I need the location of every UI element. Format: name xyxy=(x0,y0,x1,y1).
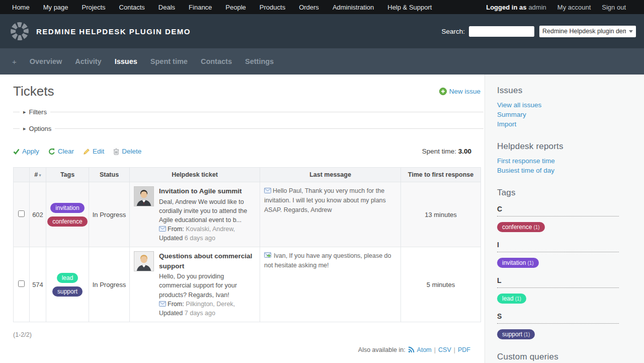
sidebar-summary-link[interactable]: Summary xyxy=(497,111,526,118)
column-header-status[interactable]: Status xyxy=(89,168,130,182)
sidebar: Issues View all issues Summary Import He… xyxy=(485,75,644,363)
ticket-id-link[interactable]: 574 xyxy=(32,281,43,288)
collapsed-arrow-icon: ▸ xyxy=(23,109,26,115)
options-toggle[interactable]: ▸ Options xyxy=(13,125,485,132)
status-cell: In Progress xyxy=(89,182,130,247)
sidebar-import-link[interactable]: Import xyxy=(497,120,516,128)
menu-people[interactable]: People xyxy=(225,4,246,11)
row-checkbox[interactable] xyxy=(18,210,25,217)
menu-products[interactable]: Products xyxy=(260,4,285,11)
clear-button[interactable]: Clear xyxy=(48,148,74,155)
tag-group-letter: L xyxy=(497,276,619,288)
check-icon xyxy=(13,149,20,155)
filters-label: Filters xyxy=(29,108,47,116)
column-header-tags: Tags xyxy=(46,168,89,182)
add-tab-button[interactable]: + xyxy=(12,57,17,66)
tab-spent-time[interactable]: Spent time xyxy=(150,57,188,65)
ticket-title-link[interactable]: Invitation to Agile summit xyxy=(159,186,256,196)
app-title: REDMINE HELPDESK PLUGIN DEMO xyxy=(36,27,191,36)
envelope-icon xyxy=(159,301,166,307)
sidebar-reports-heading: Helpdesk reports xyxy=(497,141,619,152)
menu-deals[interactable]: Deals xyxy=(158,4,175,11)
sidebar-tags-heading: Tags xyxy=(497,188,619,198)
sidebar-view-all-issues-link[interactable]: View all issues xyxy=(497,101,541,109)
tickets-table: #▾ Tags Status Helpdesk ticket Last mess… xyxy=(13,167,481,322)
menu-help-support[interactable]: Help & Support xyxy=(387,4,432,11)
ticket-excerpt: Hello, Do you providing commercial suppo… xyxy=(159,272,256,299)
menu-orders[interactable]: Orders xyxy=(299,4,319,11)
atom-export-link[interactable]: Atom xyxy=(417,346,432,353)
row-checkbox[interactable] xyxy=(18,280,25,287)
ticket-title-link[interactable]: Questions about commercial support xyxy=(159,251,256,271)
menu-contacts[interactable]: Contacts xyxy=(119,4,145,11)
main-content: Tickets New issue ▸ Filters ▸ Options xyxy=(0,75,485,363)
ticket-excerpt: Deal, Andrew We would like to cordially … xyxy=(159,197,256,225)
tab-settings[interactable]: Settings xyxy=(245,57,274,65)
rss-icon xyxy=(408,346,415,353)
project-selector-dropdown[interactable]: Redmine Helpdesk plugin demo xyxy=(539,26,636,37)
tag-badge: conference xyxy=(47,216,87,227)
export-formats: Also available in: Atom | CSV | PDF xyxy=(13,346,485,353)
tag-badge: lead xyxy=(57,273,78,283)
trash-icon xyxy=(113,148,119,155)
response-time-cell: 13 minutes xyxy=(401,182,481,247)
my-account-link[interactable]: My account xyxy=(557,4,591,11)
select-all-header[interactable] xyxy=(14,168,30,182)
ticket-id-link[interactable]: 602 xyxy=(32,211,43,219)
sidebar-issues-heading: Issues xyxy=(497,86,619,96)
sidebar-tag-invitation[interactable]: invitation(1) xyxy=(497,258,539,268)
tab-issues[interactable]: Issues xyxy=(115,57,137,65)
current-user-link[interactable]: admin xyxy=(528,4,546,11)
tab-overview[interactable]: Overview xyxy=(30,57,62,65)
sidebar-tag-lead[interactable]: lead(1) xyxy=(497,294,526,304)
column-header-ticket: Helpdesk ticket xyxy=(130,168,260,182)
column-header-response-time[interactable]: Time to first response xyxy=(401,168,481,182)
sign-out-link[interactable]: Sign out xyxy=(602,4,626,11)
search-input[interactable] xyxy=(469,26,534,37)
tag-badge: invitation xyxy=(50,203,84,213)
menu-finance[interactable]: Finance xyxy=(189,4,212,11)
options-label: Options xyxy=(29,125,52,132)
contact-link[interactable]: Pilkington, Derek, xyxy=(186,301,235,308)
tag-group-letter: S xyxy=(497,312,619,324)
column-header-last-message: Last message xyxy=(260,168,401,182)
avatar xyxy=(134,251,154,271)
pencil-icon xyxy=(83,148,90,155)
menu-projects[interactable]: Projects xyxy=(82,4,106,11)
edit-button[interactable]: Edit xyxy=(83,148,104,155)
new-issue-button[interactable]: New issue xyxy=(439,88,480,95)
menu-administration[interactable]: Administration xyxy=(333,4,374,11)
tab-contacts[interactable]: Contacts xyxy=(201,57,232,65)
column-header-id[interactable]: #▾ xyxy=(30,168,46,182)
sidebar-tag-support[interactable]: support(1) xyxy=(497,329,535,339)
sidebar-first-response-time-link[interactable]: First response time xyxy=(497,157,555,165)
sidebar-custom-queries-heading: Custom queries xyxy=(497,352,619,362)
delete-button[interactable]: Delete xyxy=(113,148,141,155)
sidebar-tag-conference[interactable]: conference(1) xyxy=(497,222,545,232)
account-bar: Home My page Projects Contacts Deals Fin… xyxy=(0,0,644,14)
last-message-cell: Hello Paul, Thank you very much for the … xyxy=(264,186,396,214)
last-message-cell: Ivan, If you have any questions, please … xyxy=(264,251,396,270)
avatar xyxy=(134,186,154,206)
envelope-icon xyxy=(264,188,271,193)
sidebar-busiest-time-link[interactable]: Busiest time of day xyxy=(497,167,554,174)
pdf-export-link[interactable]: PDF xyxy=(458,346,470,353)
tab-activity[interactable]: Activity xyxy=(75,57,101,65)
collapsed-arrow-icon: ▸ xyxy=(23,125,26,132)
project-menu: + Overview Activity Issues Spent time Co… xyxy=(0,48,644,75)
chevron-down-icon xyxy=(629,30,633,33)
filters-toggle[interactable]: ▸ Filters xyxy=(13,108,485,116)
updated-ago: 6 days ago xyxy=(185,235,215,242)
logged-in-status: Logged in asadmin xyxy=(486,4,546,11)
apply-button[interactable]: Apply xyxy=(13,148,39,155)
ticket-row-574[interactable]: 574 lead support In Progress xyxy=(14,247,481,322)
status-cell: In Progress xyxy=(89,247,130,322)
app-logo-icon xyxy=(8,20,31,43)
menu-my-page[interactable]: My page xyxy=(43,4,68,11)
envelope-reply-icon xyxy=(264,252,272,258)
contact-link[interactable]: Kovalski, Andrew, xyxy=(186,226,235,233)
ticket-row-602[interactable]: 602 invitation conference In Progress xyxy=(14,182,481,247)
plus-circle-icon xyxy=(439,88,447,95)
csv-export-link[interactable]: CSV xyxy=(438,346,451,353)
menu-home[interactable]: Home xyxy=(12,4,30,11)
